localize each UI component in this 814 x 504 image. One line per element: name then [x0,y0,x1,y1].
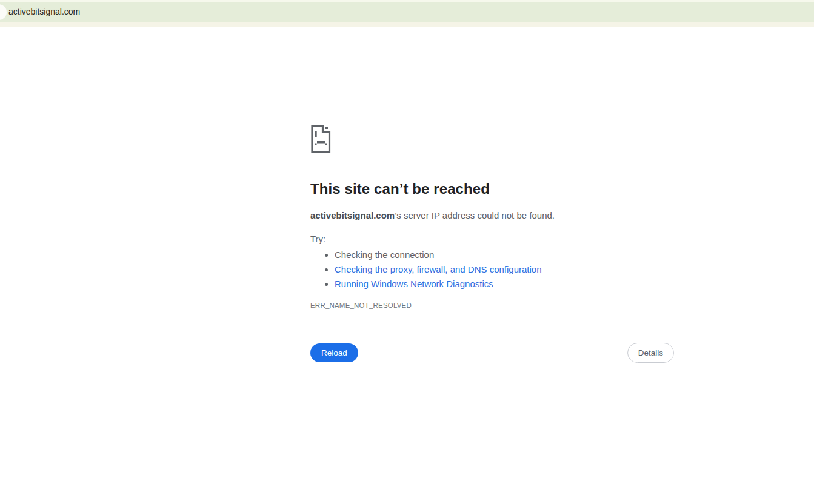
reload-button[interactable]: Reload [310,343,358,362]
suggestions-list: Checking the connection Checking the pro… [310,248,674,291]
try-label: Try: [310,233,674,245]
browser-toolbar [0,22,814,27]
error-subtitle-domain: activebitsignal.com [310,210,395,220]
suggestion-item: Running Windows Network Diagnostics [335,277,674,291]
active-tab-label[interactable]: activebitsignal.com [8,7,80,16]
error-code: ERR_NAME_NOT_RESOLVED [310,301,674,310]
error-page-content: This site can’t be reached activebitsign… [310,124,674,363]
error-subtitle: activebitsignal.com’s server IP address … [310,210,674,222]
sad-document-icon [310,124,331,154]
suggestion-text: Checking the connection [335,250,434,260]
details-button[interactable]: Details [627,343,674,363]
suggestion-item: Checking the connection [335,248,674,262]
network-diagnostics-link[interactable]: Running Windows Network Diagnostics [335,279,493,289]
buttons-row: Reload Details [310,343,674,363]
tab-strip: activebitsignal.com [0,2,814,22]
browser-chrome: activebitsignal.com [0,0,814,27]
tab-favicon-circle [0,4,7,20]
suggestion-item: Checking the proxy, firewall, and DNS co… [335,262,674,277]
error-subtitle-rest: ’s server IP address could not be found. [395,210,555,220]
page-title: This site can’t be reached [310,181,674,197]
proxy-firewall-dns-link[interactable]: Checking the proxy, firewall, and DNS co… [335,264,542,274]
